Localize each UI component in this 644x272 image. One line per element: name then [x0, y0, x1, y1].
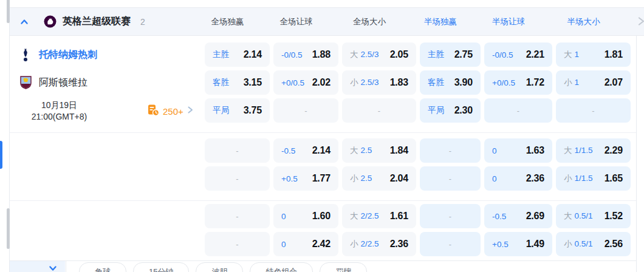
- more-columns-chevron-icon[interactable]: [637, 16, 644, 29]
- odds-cell[interactable]: 02.42: [273, 232, 338, 256]
- odds-cell[interactable]: +0/0.51.72: [484, 70, 552, 95]
- empty-dash: -: [236, 146, 238, 155]
- odds-cell[interactable]: 大11.81: [556, 42, 631, 67]
- odds-cell[interactable]: 大1/1.52.29: [556, 138, 631, 163]
- market-tab-pill[interactable]: 特色组合: [250, 262, 313, 272]
- odds-cell-empty: -: [205, 138, 270, 163]
- odds-cell[interactable]: +0/0.52.02: [273, 70, 338, 95]
- match-datetime: 10月19日 21:00(GMT+8): [15, 100, 103, 123]
- odds-label: 平局: [213, 105, 229, 116]
- market-tab-pill[interactable]: 罚牌: [320, 262, 367, 272]
- odds-label: 0: [281, 240, 286, 249]
- column-header: 半场大小: [546, 8, 621, 35]
- odds-cell[interactable]: 大2.51.84: [342, 138, 416, 163]
- odds-cell[interactable]: +0.51.77: [273, 166, 338, 191]
- odds-label: 客胜: [213, 77, 229, 88]
- odds-label: -0.5: [492, 212, 506, 221]
- odds-label: 大1: [564, 49, 579, 60]
- home-team-row[interactable]: 托特纳姆热刺: [18, 42, 97, 67]
- odds-value: 3.15: [244, 77, 262, 88]
- odds-value: 1.49: [526, 239, 544, 250]
- empty-dash: -: [449, 174, 451, 183]
- market-column-headers: 全场独赢全场让球全场大小半场独赢半场让球半场大小: [195, 8, 621, 35]
- odds-cell[interactable]: -0/0.52.21: [484, 42, 552, 67]
- odds-cell-empty: -: [484, 98, 552, 123]
- odds-label: 主胜: [213, 49, 229, 60]
- match-time: 21:00(GMT+8): [15, 111, 103, 123]
- card-right-border: [636, 35, 637, 272]
- odds-value: 2.02: [312, 77, 331, 88]
- odds-value: 2.42: [312, 239, 331, 250]
- odds-label: 大2/2.5: [350, 211, 379, 222]
- odds-cell[interactable]: 大2.5/32.05: [342, 42, 416, 67]
- odds-group-main: 主胜2.14-0/0.51.88大2.5/32.05主胜2.75-0/0.52.…: [205, 42, 631, 123]
- odds-value: 2.36: [390, 239, 408, 250]
- odds-value: 1.72: [526, 77, 544, 88]
- odds-cell-empty: -: [420, 232, 481, 256]
- market-tab-pill[interactable]: 角球: [79, 262, 126, 272]
- odds-value: 2.14: [312, 145, 331, 156]
- odds-value: 1.81: [605, 49, 623, 60]
- expand-chevron-down-icon[interactable]: [48, 264, 58, 272]
- away-team-row[interactable]: 阿斯顿维拉: [18, 70, 87, 95]
- odds-cell-empty: -: [342, 98, 416, 123]
- odds-cell[interactable]: 01.60: [273, 204, 338, 228]
- odds-cell[interactable]: 客胜3.15: [205, 70, 270, 95]
- odds-label: +0/0.5: [492, 78, 515, 87]
- odds-cell[interactable]: -0/0.51.88: [273, 42, 338, 67]
- odds-cell[interactable]: 小2/2.52.36: [342, 232, 416, 256]
- odds-value: 1.83: [390, 77, 408, 88]
- odds-value: 1.63: [526, 145, 544, 156]
- odds-cell[interactable]: -0.52.69: [484, 204, 552, 228]
- odds-value: 2.04: [390, 173, 408, 184]
- empty-dash: -: [236, 212, 238, 221]
- odds-cell[interactable]: 平局3.75: [205, 98, 270, 123]
- league-match-count: 2: [140, 17, 145, 27]
- odds-label: +0.5: [281, 174, 298, 183]
- scrollbar-thumb-bottom[interactable]: [7, 208, 10, 249]
- odds-value: 2.30: [454, 105, 473, 116]
- odds-cell[interactable]: 小2.52.04: [342, 166, 416, 191]
- odds-label: 小2.5: [350, 173, 372, 184]
- collapse-chevron-up-icon[interactable]: [19, 17, 29, 27]
- odds-cell[interactable]: 大0.5/11.52: [556, 204, 631, 228]
- odds-cell[interactable]: +0.51.49: [484, 232, 552, 256]
- odds-cell[interactable]: 主胜2.75: [420, 42, 481, 67]
- market-tab-pill[interactable]: 15分钟: [133, 262, 189, 272]
- odds-cell-empty: -: [273, 98, 338, 123]
- odds-label: 小2/2.5: [350, 239, 379, 250]
- odds-label: 小1: [564, 77, 579, 88]
- odds-cell[interactable]: 小1/1.51.65: [556, 166, 631, 191]
- odds-cell[interactable]: -0.52.14: [273, 138, 338, 163]
- away-team-name: 阿斯顿维拉: [39, 76, 87, 89]
- odds-value: 1.61: [390, 211, 408, 222]
- odds-label: 大2.5/3: [350, 49, 379, 60]
- odds-value: 1.60: [312, 211, 331, 222]
- odds-label: -0/0.5: [492, 50, 513, 59]
- odds-cell[interactable]: 小2.5/31.83: [342, 70, 416, 95]
- odds-value: 2.36: [526, 173, 544, 184]
- odds-cell[interactable]: 小12.07: [556, 70, 631, 95]
- odds-cell[interactable]: 02.36: [484, 166, 552, 191]
- empty-dash: -: [449, 146, 451, 155]
- column-header: 半场让球: [474, 8, 543, 35]
- odds-label: 大1/1.5: [564, 145, 593, 156]
- markets-count: 250+: [163, 106, 183, 117]
- odds-value: 2.29: [605, 145, 623, 156]
- odds-value: 3.90: [454, 77, 473, 88]
- odds-screen: 英格兰超级联赛 2 全场独赢全场让球全场大小半场独赢半场让球半场大小 托特纳姆热…: [0, 0, 644, 272]
- extra-markets-link[interactable]: 250+: [147, 103, 194, 120]
- odds-cell[interactable]: 平局2.30: [420, 98, 481, 123]
- home-team-name: 托特纳姆热刺: [39, 49, 97, 61]
- footer-collapse-area[interactable]: [10, 261, 65, 272]
- odds-cell[interactable]: 大2/2.51.61: [342, 204, 416, 228]
- odds-cell[interactable]: 客胜3.90: [420, 70, 481, 95]
- odds-cell[interactable]: 主胜2.14: [205, 42, 270, 67]
- aston-villa-crest-icon: [18, 76, 33, 89]
- market-tab-pill[interactable]: 波胆: [196, 262, 243, 272]
- column-header: 全场让球: [264, 8, 329, 35]
- odds-label: 客胜: [428, 77, 444, 88]
- odds-cell[interactable]: 小0.5/12.56: [556, 232, 631, 256]
- odds-value: 1.88: [312, 49, 331, 60]
- odds-cell[interactable]: 01.63: [484, 138, 552, 163]
